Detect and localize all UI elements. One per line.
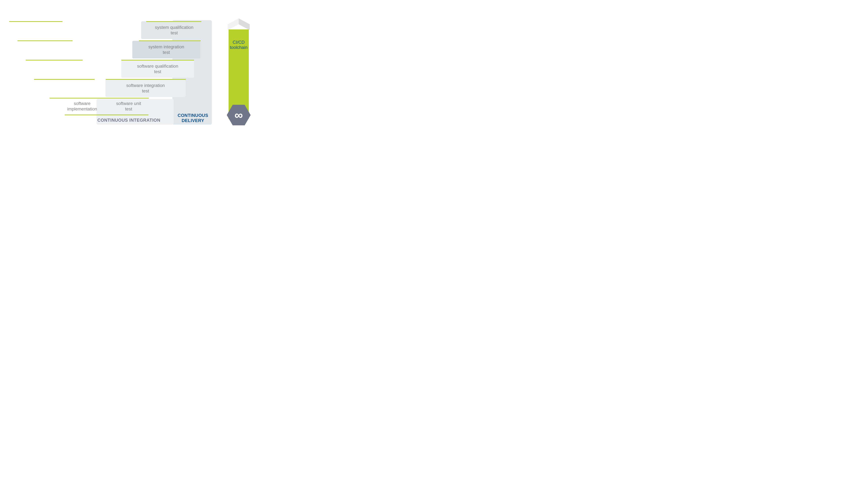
step-rule-4	[106, 79, 186, 80]
step-label-line1: software qualification	[137, 64, 178, 69]
ribbon-label-line1: CI/CD	[232, 40, 245, 45]
label-continuous-integration: CONTINUOUS INTEGRATION	[98, 118, 160, 123]
svg-marker-1	[239, 18, 250, 30]
step-label-line1: software integration	[126, 83, 164, 88]
step-software-integration-test: software integration test	[105, 80, 186, 97]
step-label-line2: test	[163, 50, 170, 55]
step-label-line1: software unit	[116, 101, 141, 106]
svg-marker-0	[228, 18, 239, 30]
ribbon-label-line2: toolchain	[230, 45, 247, 50]
diagram-stage: system qualification test system integra…	[0, 0, 265, 149]
step-label-line1: system integration	[149, 44, 184, 50]
step-label-line2: test	[125, 106, 132, 112]
step-software-qualification-test: software qualification test	[121, 60, 194, 78]
label-continuous-delivery: CONTINUOUS DELIVERY	[176, 113, 209, 123]
left-rule-5	[50, 98, 149, 99]
step-label-line2: test	[171, 30, 178, 36]
ribbon-chevron	[228, 18, 250, 31]
left-rule-3	[26, 60, 83, 61]
step-system-integration-test: system integration test	[132, 41, 200, 58]
left-rule-2	[17, 40, 73, 41]
cd-label-line2: DELIVERY	[181, 118, 204, 123]
infinity-icon: ∞	[235, 109, 243, 121]
step-rule-3	[121, 60, 194, 61]
step-software-implementation: software implementation	[60, 99, 104, 114]
step-rule-2	[139, 40, 201, 41]
step-label-line2: test	[142, 88, 149, 94]
cd-label-line1: CONTINUOUS	[178, 113, 208, 118]
step-label-line1: software	[74, 101, 91, 106]
step-label-line2: implementation	[67, 106, 97, 112]
chevron-up-icon	[228, 18, 250, 30]
step-label-line2: test	[154, 69, 161, 74]
step-software-unit-test: software unit test	[105, 99, 153, 114]
step-rule-5	[65, 115, 149, 115]
ribbon-label: CI/CD toolchain	[226, 40, 251, 50]
left-rule-1	[9, 21, 63, 22]
step-label-line1: system qualification	[155, 24, 193, 30]
step-system-qualification-test: system qualification test	[141, 21, 207, 39]
left-rule-4	[34, 79, 94, 80]
step-rule-1	[146, 21, 202, 22]
